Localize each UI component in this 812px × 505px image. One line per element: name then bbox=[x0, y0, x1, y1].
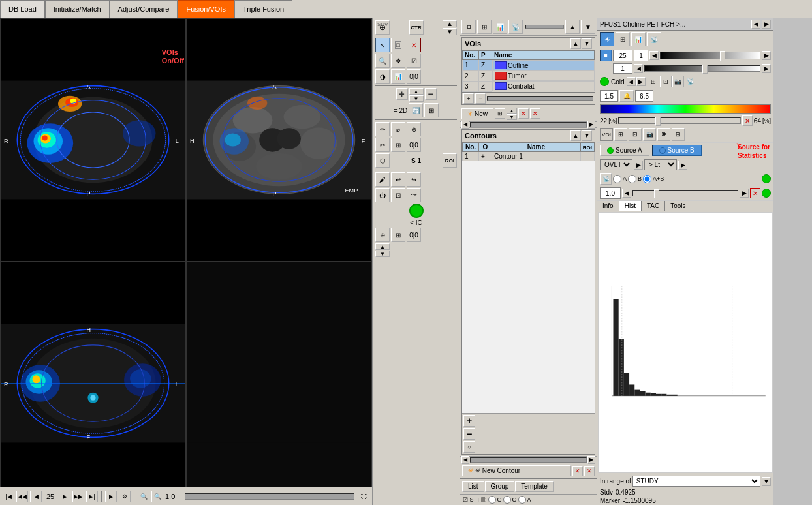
tool-rot2[interactable]: ⊞ bbox=[391, 228, 405, 242]
range-max-input[interactable] bbox=[635, 90, 653, 102]
tool-0lo2[interactable]: 0|0 bbox=[407, 138, 421, 152]
cold-arrow-right[interactable]: ▶ bbox=[636, 77, 646, 86]
hscroll-right[interactable]: ▶ bbox=[587, 121, 595, 129]
tab-initialize-match[interactable]: Initialize/Match bbox=[45, 0, 110, 18]
tool-select[interactable]: ↖ bbox=[375, 38, 390, 52]
nav-next-fast[interactable]: ▶▶ bbox=[72, 491, 84, 502]
nav-up2[interactable]: ▲ bbox=[375, 243, 390, 250]
ovl-val-slider[interactable] bbox=[632, 190, 738, 196]
range-min-input[interactable] bbox=[600, 90, 618, 102]
source-b-button[interactable]: Source B bbox=[652, 145, 702, 156]
voi-new-button[interactable]: ✳ New bbox=[461, 108, 493, 119]
hist-tab-hist[interactable]: Hist bbox=[619, 201, 642, 211]
voi-btn-extra[interactable]: VOI bbox=[600, 128, 613, 141]
cold-btn2[interactable]: ⊡ bbox=[660, 76, 672, 87]
extra-btn5[interactable]: ⌘ bbox=[657, 128, 670, 141]
contour-row-1[interactable]: 1 + Contour 1 bbox=[463, 151, 595, 161]
voi-settings-btn[interactable]: ⚙ bbox=[461, 20, 476, 34]
tool-paint[interactable]: 🖌 bbox=[375, 172, 390, 187]
tool-move[interactable]: ✥ bbox=[391, 54, 405, 68]
src-icon-grid[interactable]: ⊞ bbox=[616, 32, 630, 46]
color-icon[interactable]: ■ bbox=[600, 50, 612, 61]
extra-btn3[interactable]: ⊡ bbox=[629, 128, 642, 141]
value-arrow-left1[interactable]: ◀ bbox=[649, 51, 659, 60]
cold-btn1[interactable]: ⊞ bbox=[648, 76, 659, 87]
hscroll-left[interactable]: ◀ bbox=[461, 121, 469, 129]
zoom-in[interactable]: 🔍 bbox=[151, 491, 163, 502]
tool-eraser[interactable]: ⊞ bbox=[391, 138, 405, 152]
tool-undo[interactable]: ↩ bbox=[391, 172, 405, 187]
tab-template[interactable]: Template bbox=[515, 481, 554, 492]
voi-row-3[interactable]: 3 Z Contralat bbox=[463, 81, 595, 91]
voi-copy-btn[interactable]: ⊞ bbox=[495, 108, 505, 119]
tab-adjust-compare[interactable]: Adjust/Compare bbox=[110, 0, 178, 18]
ovl-val-input[interactable] bbox=[600, 187, 621, 199]
voi-export[interactable]: ▲ bbox=[565, 20, 580, 34]
tool-green-circle[interactable] bbox=[409, 204, 424, 218]
ovl-radio-icon[interactable]: 📡 bbox=[600, 173, 612, 185]
tool-power[interactable]: ⏻ bbox=[375, 188, 390, 202]
tool-roi-grid[interactable]: ⊞ bbox=[424, 103, 439, 117]
play-btn[interactable]: ▶ bbox=[105, 491, 117, 502]
scan-top-left[interactable]: A P R L VOIsOn/Off bbox=[0, 18, 186, 262]
value-arrow-left2[interactable]: ◀ bbox=[634, 64, 643, 73]
voi-row-2[interactable]: 2 Z Tumor bbox=[463, 70, 595, 81]
pct-slider-thumb[interactable] bbox=[655, 117, 661, 126]
extra-btn2[interactable]: ⊞ bbox=[614, 128, 627, 141]
tool-crosshair[interactable]: SUV ⊕ bbox=[375, 20, 390, 35]
zoom-out[interactable]: 🔍 bbox=[138, 491, 149, 502]
contours-remove[interactable]: − bbox=[463, 428, 475, 440]
mini-scrollbar[interactable] bbox=[525, 25, 564, 29]
hscroll-track[interactable] bbox=[470, 122, 587, 127]
src-icon-radio[interactable]: 📡 bbox=[647, 32, 661, 46]
study-select[interactable]: STUDY bbox=[632, 476, 760, 487]
slider-thumb2[interactable] bbox=[702, 65, 708, 74]
tab-db-load[interactable]: DB Load bbox=[0, 0, 45, 18]
ovl-arrow[interactable]: ▶ bbox=[634, 161, 643, 170]
contours-add[interactable]: + bbox=[463, 415, 475, 427]
tool-scissors[interactable]: ✂ bbox=[375, 138, 390, 152]
contours-hscroll-track[interactable] bbox=[470, 457, 587, 463]
fill-g[interactable] bbox=[488, 496, 496, 504]
voi-arrow-dn[interactable]: ▼ bbox=[507, 114, 517, 120]
full-screen-btn[interactable]: ⛶ bbox=[358, 491, 369, 502]
tool-ctr-toggle[interactable]: CTR bbox=[409, 20, 424, 35]
hist-tab-tools[interactable]: Tools bbox=[665, 201, 691, 211]
hist-tab-info[interactable]: Info bbox=[597, 201, 619, 211]
brightness-slider[interactable] bbox=[660, 52, 760, 59]
scan-bottom-right[interactable] bbox=[186, 262, 372, 505]
zoom-minus[interactable]: − bbox=[425, 88, 437, 100]
fill-o[interactable] bbox=[503, 496, 511, 504]
pct-x-btn[interactable]: ✕ bbox=[742, 115, 753, 126]
voi-scrollbar[interactable] bbox=[487, 96, 593, 101]
tool-down[interactable]: ▼ bbox=[443, 28, 457, 35]
nav-arrow-dn[interactable]: ▼ bbox=[409, 95, 424, 102]
fill-a[interactable] bbox=[518, 496, 526, 504]
settings-icon-btn[interactable]: ⚙ bbox=[119, 491, 131, 502]
radio-a[interactable] bbox=[613, 175, 621, 183]
tool-lasso[interactable]: ⌀ bbox=[391, 122, 405, 136]
value-arrow-right1[interactable]: ▶ bbox=[762, 51, 771, 60]
zoom-plus[interactable]: + bbox=[396, 88, 408, 100]
voi-icon3[interactable]: 📡 bbox=[508, 20, 523, 34]
hist-tab-tac[interactable]: TAC bbox=[642, 201, 665, 211]
tool-roi2[interactable]: ⊕ bbox=[407, 122, 421, 136]
new-contour-button[interactable]: ✳ ✳ New Contour bbox=[462, 465, 571, 476]
range-icon[interactable]: 🔔 bbox=[619, 90, 634, 102]
tool-delete[interactable]: ✕ bbox=[407, 38, 421, 52]
tool-check[interactable]: ☑ bbox=[407, 54, 421, 68]
tab-fusion-vois[interactable]: Fusion/VOIs bbox=[178, 0, 234, 18]
tool-move2[interactable]: ⊕ bbox=[375, 228, 390, 242]
tool-zoom[interactable]: 🔍 bbox=[375, 54, 390, 68]
tool-roi-rotate[interactable]: 🔄 bbox=[409, 103, 423, 117]
tool-3d-view[interactable]: ⬡ bbox=[375, 153, 390, 168]
voi-add[interactable]: + bbox=[463, 93, 474, 104]
value-arrow-right2[interactable]: ▶ bbox=[762, 64, 771, 73]
tool-0lo[interactable]: 0|0 bbox=[407, 69, 421, 84]
voi-icon1[interactable]: ⊞ bbox=[477, 20, 492, 34]
value2-input[interactable] bbox=[634, 50, 648, 61]
extra-btn4[interactable]: 📷 bbox=[643, 128, 656, 141]
lt-select[interactable]: > Lt bbox=[644, 159, 677, 170]
lt-arrow[interactable]: ▶ bbox=[678, 161, 687, 170]
voi-icon2[interactable]: 📊 bbox=[493, 20, 507, 34]
